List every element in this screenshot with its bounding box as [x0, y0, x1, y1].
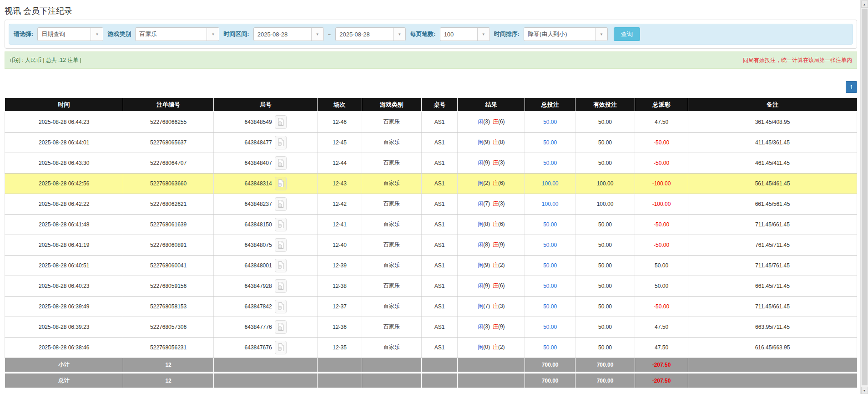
scroll-down-icon[interactable]: ▼ [861, 387, 868, 394]
round-id-value: 643848549 [245, 119, 272, 125]
table-row: 2025-08-28 06:39:49 522768058153 6438478… [5, 296, 857, 317]
chevron-down-icon[interactable]: ▼ [91, 28, 103, 41]
cell-result: 闲(3)庄(9) [458, 317, 525, 337]
cell-result: 闲(0)庄(2) [458, 337, 525, 358]
date-from-select[interactable]: 2025-08-28 ▼ [253, 27, 324, 41]
cell-payout: -50.00 [635, 235, 688, 255]
cell-total-bet[interactable]: 50.00 [525, 132, 575, 153]
cell-result: 闲(2)庄(6) [458, 173, 525, 194]
cell-session: 12-41 [318, 214, 362, 235]
video-record-icon[interactable] [275, 136, 287, 149]
video-record-icon[interactable] [275, 259, 287, 272]
date-to-select[interactable]: 2025-08-28 ▼ [335, 27, 406, 41]
video-record-icon[interactable] [275, 177, 287, 190]
cell-total-bet[interactable]: 50.00 [525, 153, 575, 173]
search-button[interactable]: 查询 [614, 27, 640, 41]
cell-valid-bet: 100.00 [575, 173, 635, 194]
header-total-bet: 总投注 [525, 98, 575, 112]
table-row: 2025-08-28 06:40:23 522768059156 6438479… [5, 276, 857, 296]
chevron-down-icon[interactable]: ▼ [393, 28, 405, 41]
cell-time: 2025-08-28 06:41:19 [5, 235, 123, 255]
cell-round-id: 643848549 [213, 112, 318, 132]
video-record-icon[interactable] [275, 115, 287, 129]
video-record-icon[interactable] [275, 279, 287, 293]
cell-time: 2025-08-28 06:39:23 [5, 317, 123, 337]
cell-session: 12-37 [318, 296, 362, 317]
cell-bet-id: 522768057306 [123, 317, 214, 337]
cell-remark: 663.95/711.45 [688, 317, 857, 337]
cell-total-bet[interactable]: 50.00 [525, 112, 575, 132]
table-row: 2025-08-28 06:40:51 522768060041 6438480… [5, 255, 857, 276]
cell-session: 12-44 [318, 153, 362, 173]
scrollbar-thumb[interactable] [862, 9, 868, 385]
chevron-down-icon[interactable]: ▼ [207, 28, 219, 41]
page-size-select[interactable]: 100 ▼ [440, 27, 490, 41]
subtotal-label: 小计 [5, 358, 123, 372]
header-round-id: 局号 [213, 98, 318, 112]
cell-time: 2025-08-28 06:39:49 [5, 296, 123, 317]
video-record-icon[interactable] [275, 218, 287, 231]
video-record-icon[interactable] [275, 341, 287, 354]
cell-payout: 47.50 [635, 317, 688, 337]
pagination: 1 [5, 81, 857, 93]
cell-result: 闲(9)庄(6) [458, 276, 525, 296]
chevron-down-icon[interactable]: ▼ [595, 28, 607, 41]
video-record-icon[interactable] [275, 197, 287, 211]
vertical-scrollbar[interactable]: ▲ ▼ [860, 0, 868, 394]
cell-valid-bet: 50.00 [575, 296, 635, 317]
cell-valid-bet: 50.00 [575, 337, 635, 358]
cell-session: 12-42 [318, 194, 362, 214]
scroll-up-icon[interactable]: ▲ [861, 0, 868, 8]
cell-table-no: AS1 [421, 235, 458, 255]
game-type-select[interactable]: 百家乐 ▼ [135, 27, 219, 41]
cell-round-id: 643848237 [213, 194, 318, 214]
result-player: 闲 [478, 323, 483, 330]
video-record-icon[interactable] [275, 300, 287, 313]
result-banker: 庄 [493, 241, 498, 248]
cell-payout: -50.00 [635, 153, 688, 173]
page-1-button[interactable]: 1 [846, 81, 857, 93]
cell-bet-id: 522768062621 [123, 194, 214, 214]
cell-payout: -100.00 [635, 194, 688, 214]
cell-total-bet[interactable]: 50.00 [525, 214, 575, 235]
chevron-down-icon[interactable]: ▼ [477, 28, 490, 41]
result-banker-score: (9) [498, 241, 505, 248]
cell-table-no: AS1 [421, 194, 458, 214]
cell-remark: 411.45/361.45 [688, 132, 857, 153]
cell-valid-bet: 50.00 [575, 235, 635, 255]
header-bet-id: 注单编号 [123, 98, 214, 112]
date-range-label: 时间区间: [223, 30, 249, 38]
page-title: 视讯 会员下注纪录 [5, 5, 857, 15]
table-row: 2025-08-28 06:41:48 522768061639 6438481… [5, 214, 857, 235]
total-payout: -207.50 [635, 374, 688, 388]
cell-session: 12-43 [318, 173, 362, 194]
cell-total-bet[interactable]: 100.00 [525, 194, 575, 214]
cell-total-bet[interactable]: 50.00 [525, 276, 575, 296]
cell-round-id: 643848150 [213, 214, 318, 235]
subtotal-valid-bet: 700.00 [575, 358, 635, 372]
cell-table-no: AS1 [421, 112, 458, 132]
query-mode-select[interactable]: 日期查询 ▼ [37, 27, 103, 41]
video-record-icon[interactable] [275, 238, 287, 252]
table-row: 2025-08-28 06:43:30 522768064707 6438484… [5, 153, 857, 173]
round-id-value: 643847676 [245, 344, 272, 351]
video-record-icon[interactable] [275, 320, 287, 334]
table-row: 2025-08-28 06:39:23 522768057306 6438477… [5, 317, 857, 337]
date-to-value: 2025-08-28 [336, 28, 393, 41]
cell-total-bet[interactable]: 50.00 [525, 296, 575, 317]
cell-remark: 461.45/411.45 [688, 153, 857, 173]
video-record-icon[interactable] [275, 156, 287, 170]
chevron-down-icon[interactable]: ▼ [311, 28, 323, 41]
header-table-no: 桌号 [421, 98, 458, 112]
cell-total-bet[interactable]: 50.00 [525, 317, 575, 337]
cell-session: 12-35 [318, 337, 362, 358]
cell-total-bet[interactable]: 50.00 [525, 337, 575, 358]
cell-total-bet[interactable]: 50.00 [525, 235, 575, 255]
cell-total-bet[interactable]: 50.00 [525, 255, 575, 276]
query-mode-value: 日期查询 [38, 28, 91, 41]
cell-total-bet[interactable]: 100.00 [525, 173, 575, 194]
subtotal-count: 12 [123, 358, 214, 372]
sort-order-select[interactable]: 降幂(由大到小) ▼ [524, 27, 608, 41]
page-size-label: 每页笔数: [410, 30, 435, 38]
cell-valid-bet: 50.00 [575, 255, 635, 276]
